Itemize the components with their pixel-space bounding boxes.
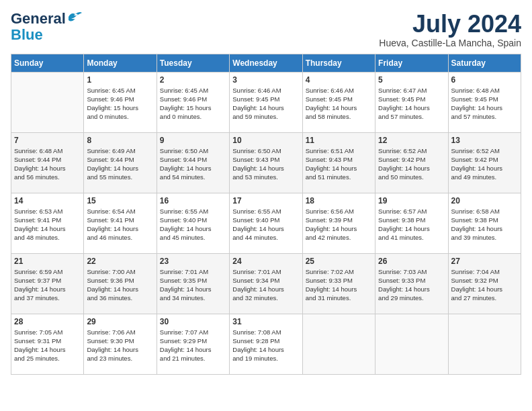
day-number: 21 [14,257,81,266]
calendar-cell: 28Sunrise: 7:05 AMSunset: 9:31 PMDayligh… [11,314,84,374]
title-section: July 2024 Hueva, Castille-La Mancha, Spa… [379,11,521,48]
calendar-cell: 8Sunrise: 6:49 AMSunset: 9:44 PMDaylight… [84,132,157,193]
day-number: 28 [14,317,81,326]
calendar-cell [302,314,375,374]
day-number: 11 [306,136,372,145]
day-number: 27 [451,257,518,266]
logo-bird-icon [67,11,82,23]
calendar-header-monday: Monday [84,54,157,72]
day-info: Sunrise: 7:07 AMSunset: 9:29 PMDaylight:… [160,328,226,363]
calendar-cell: 24Sunrise: 7:01 AMSunset: 9:34 PMDayligh… [230,253,302,314]
day-info: Sunrise: 6:45 AMSunset: 9:46 PMDaylight:… [160,86,226,122]
day-info: Sunrise: 7:06 AMSunset: 9:30 PMDaylight:… [87,328,153,363]
logo-blue-text: Blue [11,27,43,43]
calendar-cell: 1Sunrise: 6:45 AMSunset: 9:46 PMDaylight… [84,72,157,132]
day-number: 18 [306,196,372,205]
calendar-cell [448,314,521,374]
day-number: 13 [451,136,518,145]
calendar-table: SundayMondayTuesdayWednesdayThursdayFrid… [11,54,521,375]
day-number: 20 [451,196,518,205]
day-info: Sunrise: 7:05 AMSunset: 9:31 PMDaylight:… [14,328,81,363]
day-info: Sunrise: 6:50 AMSunset: 9:43 PMDaylight:… [232,146,299,182]
day-info: Sunrise: 7:03 AMSunset: 9:33 PMDaylight:… [378,267,445,303]
calendar-cell: 22Sunrise: 7:00 AMSunset: 9:36 PMDayligh… [84,253,157,314]
calendar-cell: 27Sunrise: 7:04 AMSunset: 9:32 PMDayligh… [448,253,521,314]
calendar-week-row: 21Sunrise: 6:59 AMSunset: 9:37 PMDayligh… [11,253,521,314]
day-number: 3 [232,75,299,85]
day-number: 9 [160,136,226,145]
day-info: Sunrise: 6:46 AMSunset: 9:45 PMDaylight:… [232,86,299,122]
day-number: 16 [160,196,226,205]
page-header: General Blue July 2024 Hueva, Castille-L… [11,11,521,48]
calendar-header-friday: Friday [375,54,448,72]
day-info: Sunrise: 6:57 AMSunset: 9:38 PMDaylight:… [378,207,445,242]
day-info: Sunrise: 6:55 AMSunset: 9:40 PMDaylight:… [232,207,299,242]
calendar-cell: 6Sunrise: 6:48 AMSunset: 9:45 PMDaylight… [448,72,521,132]
calendar-header-saturday: Saturday [448,54,521,72]
day-info: Sunrise: 7:00 AMSunset: 9:36 PMDaylight:… [87,267,153,303]
calendar-cell: 16Sunrise: 6:55 AMSunset: 9:40 PMDayligh… [157,193,229,253]
calendar-cell: 25Sunrise: 7:02 AMSunset: 9:33 PMDayligh… [302,253,375,314]
day-info: Sunrise: 6:45 AMSunset: 9:46 PMDaylight:… [87,86,153,122]
day-number: 15 [87,196,153,205]
day-number: 5 [378,75,445,85]
day-number: 6 [451,75,518,85]
day-info: Sunrise: 7:02 AMSunset: 9:33 PMDaylight:… [306,267,372,303]
calendar-cell: 20Sunrise: 6:58 AMSunset: 9:38 PMDayligh… [448,193,521,253]
calendar-cell: 10Sunrise: 6:50 AMSunset: 9:43 PMDayligh… [230,132,302,193]
day-number: 26 [378,257,445,266]
calendar-cell: 15Sunrise: 6:54 AMSunset: 9:41 PMDayligh… [84,193,157,253]
day-number: 23 [160,257,226,266]
day-number: 19 [378,196,445,205]
day-info: Sunrise: 6:50 AMSunset: 9:44 PMDaylight:… [160,146,226,182]
day-number: 2 [160,75,226,85]
logo: General Blue [11,11,82,43]
day-number: 14 [14,196,81,205]
day-info: Sunrise: 6:55 AMSunset: 9:40 PMDaylight:… [160,207,226,242]
day-info: Sunrise: 6:48 AMSunset: 9:45 PMDaylight:… [451,86,518,122]
calendar-cell: 23Sunrise: 7:01 AMSunset: 9:35 PMDayligh… [157,253,229,314]
day-number: 25 [306,257,372,266]
day-info: Sunrise: 6:58 AMSunset: 9:38 PMDaylight:… [451,207,518,242]
day-info: Sunrise: 7:04 AMSunset: 9:32 PMDaylight:… [451,267,518,303]
day-info: Sunrise: 6:51 AMSunset: 9:43 PMDaylight:… [306,146,372,182]
day-info: Sunrise: 6:53 AMSunset: 9:41 PMDaylight:… [14,207,81,242]
day-number: 1 [87,75,153,85]
location: Hueva, Castille-La Mancha, Spain [379,38,521,48]
calendar-cell: 12Sunrise: 6:52 AMSunset: 9:42 PMDayligh… [375,132,448,193]
calendar-week-row: 14Sunrise: 6:53 AMSunset: 9:41 PMDayligh… [11,193,521,253]
day-number: 8 [87,136,153,145]
calendar-week-row: 1Sunrise: 6:45 AMSunset: 9:46 PMDaylight… [11,72,521,132]
calendar-cell: 31Sunrise: 7:08 AMSunset: 9:28 PMDayligh… [230,314,302,374]
day-number: 7 [14,136,81,145]
day-info: Sunrise: 7:01 AMSunset: 9:34 PMDaylight:… [232,267,299,303]
calendar-week-row: 7Sunrise: 6:48 AMSunset: 9:44 PMDaylight… [11,132,521,193]
calendar-week-row: 28Sunrise: 7:05 AMSunset: 9:31 PMDayligh… [11,314,521,374]
day-number: 31 [232,317,299,326]
day-info: Sunrise: 6:52 AMSunset: 9:42 PMDaylight:… [451,146,518,182]
calendar-cell: 18Sunrise: 6:56 AMSunset: 9:39 PMDayligh… [302,193,375,253]
day-info: Sunrise: 7:08 AMSunset: 9:28 PMDaylight:… [232,328,299,363]
calendar-header-row: SundayMondayTuesdayWednesdayThursdayFrid… [11,54,521,72]
calendar-cell: 7Sunrise: 6:48 AMSunset: 9:44 PMDaylight… [11,132,84,193]
calendar-header-sunday: Sunday [11,54,84,72]
calendar-cell: 19Sunrise: 6:57 AMSunset: 9:38 PMDayligh… [375,193,448,253]
calendar-cell: 21Sunrise: 6:59 AMSunset: 9:37 PMDayligh… [11,253,84,314]
calendar-cell: 5Sunrise: 6:47 AMSunset: 9:45 PMDaylight… [375,72,448,132]
day-info: Sunrise: 6:48 AMSunset: 9:44 PMDaylight:… [14,146,81,182]
day-info: Sunrise: 6:59 AMSunset: 9:37 PMDaylight:… [14,267,81,303]
month-title: July 2024 [379,11,521,38]
day-info: Sunrise: 6:47 AMSunset: 9:45 PMDaylight:… [378,86,445,122]
calendar-cell: 9Sunrise: 6:50 AMSunset: 9:44 PMDaylight… [157,132,229,193]
calendar-cell: 2Sunrise: 6:45 AMSunset: 9:46 PMDaylight… [157,72,229,132]
calendar-cell: 11Sunrise: 6:51 AMSunset: 9:43 PMDayligh… [302,132,375,193]
day-number: 24 [232,257,299,266]
calendar-cell: 30Sunrise: 7:07 AMSunset: 9:29 PMDayligh… [157,314,229,374]
calendar-cell [375,314,448,374]
day-info: Sunrise: 7:01 AMSunset: 9:35 PMDaylight:… [160,267,226,303]
day-number: 12 [378,136,445,145]
calendar-cell: 4Sunrise: 6:46 AMSunset: 9:45 PMDaylight… [302,72,375,132]
calendar-header-tuesday: Tuesday [157,54,229,72]
calendar-cell: 17Sunrise: 6:55 AMSunset: 9:40 PMDayligh… [230,193,302,253]
calendar-cell [11,72,84,132]
